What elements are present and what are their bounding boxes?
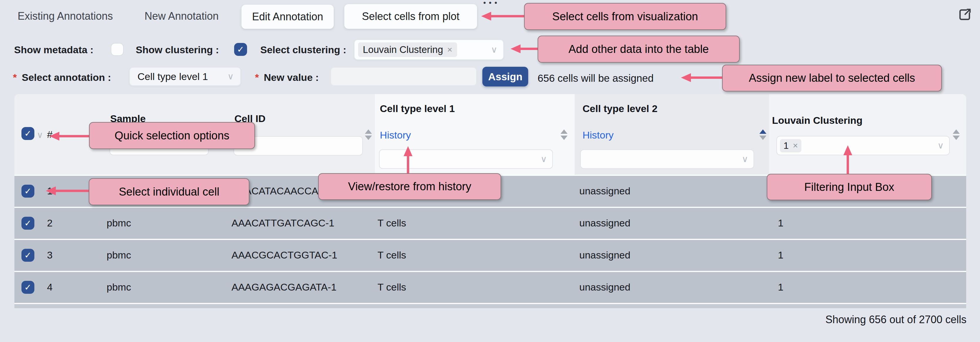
arrow-line xyxy=(55,190,89,192)
arrow-to-select-cells-button xyxy=(481,12,491,21)
required-marker: * xyxy=(255,72,259,83)
row-number: 3 xyxy=(47,249,52,261)
cell-type-1-value: T cells xyxy=(377,281,406,293)
select-clustering-label: Select clustering : xyxy=(260,44,346,56)
cell-type-2-sorter[interactable] xyxy=(759,129,767,140)
table-row[interactable]: ✓ 3 pbmc AAACGCACTGGTAC-1 T cells unassi… xyxy=(14,240,966,271)
tab-existing-annotations[interactable]: Existing Annotations xyxy=(18,10,113,22)
sort-desc-icon[interactable] xyxy=(365,136,372,140)
callout-select-individual: Select individual cell xyxy=(89,178,250,205)
row-checkbox[interactable]: ✓ xyxy=(21,217,34,230)
arrow-line xyxy=(520,48,538,50)
arrow-line xyxy=(59,135,89,137)
history-link-ct2[interactable]: History xyxy=(582,129,614,141)
clustering-tag-label: Louvain Clustering xyxy=(363,44,443,55)
header-bg-louvain xyxy=(769,94,966,175)
louvain-filter-select[interactable]: 1 × ∨ xyxy=(776,136,950,155)
row-checkbox[interactable]: ✓ xyxy=(21,281,34,294)
louvain-value: 1 xyxy=(778,281,783,293)
select-annotation-value: Cell type level 1 xyxy=(137,71,208,82)
row-count-summary: Showing 656 out of 2700 cells xyxy=(826,313,966,326)
check-icon: ✓ xyxy=(237,45,244,54)
assign-info-text: 656 cells will be assigned xyxy=(538,72,654,84)
arrow-to-history-link xyxy=(404,146,412,156)
arrow-to-row-checkbox xyxy=(46,187,56,195)
louvain-value: 1 xyxy=(778,217,783,229)
cell-type-1-sorter[interactable] xyxy=(560,129,568,140)
cell-type-2-value: unassigned xyxy=(579,217,630,229)
select-cells-from-plot-button[interactable]: Select cells from plot xyxy=(344,4,477,29)
cell-type-2-value: unassigned xyxy=(579,249,630,261)
louvain-sorter[interactable] xyxy=(953,129,960,140)
table-row[interactable]: ✓ 2 pbmc AAACATTGATCAGC-1 T cells unassi… xyxy=(14,208,966,239)
callout-assign-label: Assign new label to selected cells xyxy=(722,65,942,91)
arrow-line xyxy=(491,15,525,18)
select-annotation-label: Select annotation : xyxy=(22,72,111,83)
louvain-filter-tag: 1 × xyxy=(780,139,802,152)
cell-sample: pbmc xyxy=(107,281,131,293)
check-icon: ✓ xyxy=(24,250,32,260)
louvain-value: 1 xyxy=(778,249,783,261)
row-checkbox[interactable]: ✓ xyxy=(21,185,34,198)
callout-add-data: Add other data into the table xyxy=(538,35,740,62)
show-metadata-checkbox[interactable] xyxy=(111,43,124,56)
chevron-down-icon: ∨ xyxy=(491,45,497,54)
sort-asc-icon[interactable] xyxy=(560,129,568,134)
new-value-label: New value : xyxy=(264,72,319,83)
assign-button[interactable]: Assign xyxy=(482,67,528,86)
chevron-down-icon: ∨ xyxy=(228,72,234,81)
cell-type-1-value: T cells xyxy=(377,217,406,229)
arrow-to-filter-box xyxy=(843,145,852,155)
arrow-to-selection-options xyxy=(49,132,59,141)
show-metadata-label: Show metadata : xyxy=(14,44,94,56)
tab-edit-annotation-label: Edit Annotation xyxy=(252,11,323,23)
callout-select-cells: Select cells from visualization xyxy=(524,3,726,30)
clustering-tag: Louvain Clustering × xyxy=(358,42,457,57)
check-icon: ✓ xyxy=(24,218,32,228)
sort-desc-icon[interactable] xyxy=(953,136,960,140)
callout-filtering-input: Filtering Input Box xyxy=(767,174,932,200)
select-cells-from-plot-label: Select cells from plot xyxy=(362,10,460,22)
callout-quick-selection: Quick selection options xyxy=(89,122,255,149)
row-number: 2 xyxy=(47,217,52,229)
cell-type-2-value: unassigned xyxy=(579,185,630,197)
arrow-to-clustering-dropdown xyxy=(511,45,520,53)
cell-sample: pbmc xyxy=(107,249,131,261)
tab-edit-annotation[interactable]: Edit Annotation xyxy=(242,5,334,29)
show-clustering-checkbox[interactable]: ✓ xyxy=(234,43,247,56)
arrow-line xyxy=(846,155,849,174)
select-all-checkbox[interactable]: ✓ xyxy=(21,127,34,140)
external-link-icon[interactable] xyxy=(958,7,972,22)
tab-new-annotation[interactable]: New Annotation xyxy=(145,10,219,22)
sort-desc-icon[interactable] xyxy=(759,136,767,140)
new-value-input[interactable] xyxy=(331,67,477,86)
sort-desc-icon[interactable] xyxy=(560,136,568,140)
chevron-down-icon: ∨ xyxy=(742,155,748,163)
check-icon: ✓ xyxy=(24,282,32,292)
row-checkbox[interactable]: ✓ xyxy=(21,249,34,262)
table-row[interactable]: ✓ 4 pbmc AAAGAGACGAGATA-1 T cells unassi… xyxy=(14,272,966,303)
check-icon: ✓ xyxy=(24,128,32,139)
cell-id: AAACGCACTGGTAC-1 xyxy=(231,249,337,261)
cell-id: AAACATTGATCAGC-1 xyxy=(231,217,334,229)
sort-asc-icon[interactable] xyxy=(953,129,960,134)
column-header-cell-type-1: Cell type level 1 xyxy=(380,103,455,114)
sort-asc-icon[interactable] xyxy=(365,129,372,134)
column-header-cell-type-2: Cell type level 2 xyxy=(582,103,657,114)
history-link-ct1[interactable]: History xyxy=(380,129,411,141)
remove-filter-icon[interactable]: × xyxy=(793,141,798,150)
row-number: 4 xyxy=(47,281,52,293)
selection-options-chevron-icon[interactable]: ∨ xyxy=(37,131,43,139)
select-clustering-dropdown[interactable]: Louvain Clustering × ∨ xyxy=(354,39,504,60)
sort-asc-icon[interactable] xyxy=(759,129,767,134)
table-row-partial xyxy=(14,304,966,308)
arrow-line xyxy=(407,155,409,174)
remove-clustering-icon[interactable]: × xyxy=(447,45,452,55)
louvain-filter-tag-label: 1 xyxy=(783,140,789,151)
arrow-line xyxy=(690,77,722,79)
cell-type-2-filter-select[interactable]: ∨ xyxy=(580,149,754,169)
cell-id-sorter[interactable] xyxy=(365,129,372,140)
select-annotation-dropdown[interactable]: Cell type level 1 ∨ xyxy=(129,67,241,86)
more-icon: ••• xyxy=(483,0,500,7)
cell-type-1-value: T cells xyxy=(377,249,406,261)
